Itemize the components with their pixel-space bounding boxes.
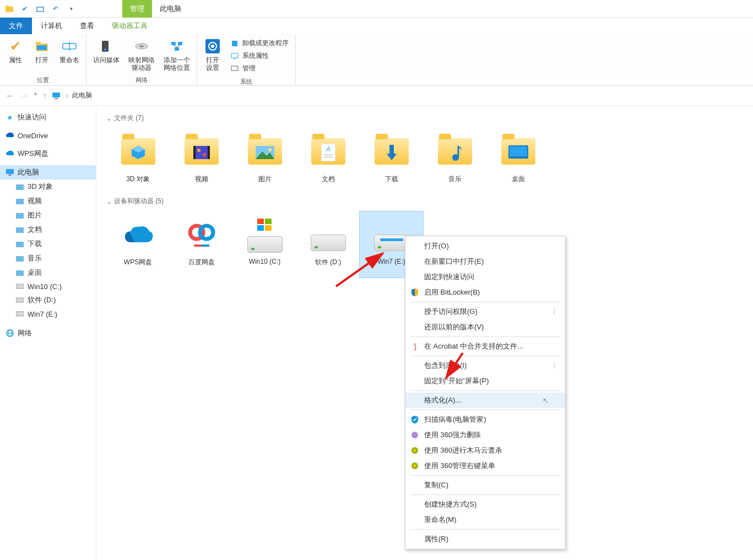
ctx-bitlocker[interactable]: 启用 BitLocker(B)	[405, 285, 565, 300]
chevron-down-icon: ⌄	[106, 198, 112, 205]
ctx-create-shortcut[interactable]: 创建快捷方式(S)	[405, 497, 565, 512]
ctx-format[interactable]: 格式化(A)...↖	[405, 393, 565, 408]
svg-point-11	[139, 45, 144, 47]
btn-system-props[interactable]: 系统属性	[228, 50, 291, 62]
svg-rect-28	[16, 184, 24, 190]
chevron-right-icon: 〉	[552, 361, 560, 371]
ctx-copy[interactable]: 复制(C)	[405, 477, 565, 493]
folder-music[interactable]: 音乐	[423, 128, 486, 194]
device-baidu[interactable]: 百度网盘	[170, 211, 233, 278]
rename-icon	[61, 37, 78, 55]
svg-rect-55	[389, 145, 394, 154]
manage-icon	[230, 64, 239, 73]
folder-documents[interactable]: A文档	[296, 128, 360, 194]
nav-up-icon[interactable]: ↑	[42, 91, 47, 101]
ctx-360-trojan[interactable]: 使用 360进行木马云查杀	[405, 443, 565, 458]
undo-icon[interactable]: ↶	[50, 3, 62, 15]
btn-label: 添加一个 网络位置	[164, 56, 190, 72]
ctx-360-menu[interactable]: 使用 360管理右键菜单	[405, 458, 565, 474]
ctx-restore-versions[interactable]: 还原以前的版本(V)	[405, 319, 565, 335]
sidebar-item-downloads[interactable]: 下载	[0, 237, 96, 251]
svg-point-57	[452, 154, 459, 161]
acrobat-icon: ⟆	[410, 341, 420, 351]
map-drive-icon	[133, 37, 150, 55]
folder-desktop[interactable]: 桌面	[486, 128, 550, 194]
btn-add-network-location[interactable]: 添加一个 网络位置	[160, 35, 193, 75]
section-devices[interactable]: ⌄设备和驱动器 (5)	[101, 194, 749, 211]
ctx-grant-access[interactable]: 授予访问权限(G)〉	[405, 304, 565, 319]
sidebar-this-pc[interactable]: 此电脑	[0, 165, 96, 180]
ctx-360-delete[interactable]: 使用 360强力删除	[405, 427, 565, 443]
svg-rect-65	[265, 219, 272, 224]
section-folders[interactable]: ⌄文件夹 (7)	[101, 111, 749, 128]
folder-downloads[interactable]: 下载	[360, 128, 423, 194]
ctx-open[interactable]: 打开(O)	[405, 238, 565, 254]
btn-access-media[interactable]: 访问媒体	[90, 35, 123, 75]
device-wps[interactable]: WPS网盘	[106, 211, 170, 278]
ctx-scan-virus[interactable]: 扫描病毒(电脑管家)	[405, 412, 565, 427]
sidebar-item-win7e[interactable]: Win7 (E:)	[0, 307, 96, 320]
title-tab-manage[interactable]: 管理	[122, 0, 152, 18]
sidebar-item-desktop[interactable]: 桌面	[0, 265, 96, 280]
sidebar-wps[interactable]: WPS网盘	[0, 146, 96, 161]
sidebar-item-win10c[interactable]: Win10 (C:)	[0, 280, 96, 293]
new-folder-icon[interactable]	[34, 3, 46, 15]
ctx-properties[interactable]: 属性(R)	[405, 531, 565, 547]
btn-rename[interactable]: 重命名	[56, 35, 83, 75]
btn-manage[interactable]: 管理	[228, 63, 291, 74]
svg-rect-24	[52, 93, 60, 97]
ctx-open-new-window[interactable]: 在新窗口中打开(E)	[405, 254, 565, 269]
network-icon	[6, 329, 14, 338]
nav-recent-icon[interactable]: ▾	[34, 91, 37, 101]
uninstall-icon	[230, 39, 239, 48]
btn-map-drive[interactable]: 映射网络 驱动器	[125, 35, 158, 75]
sidebar-item-3d[interactable]: 3D 对象	[0, 180, 96, 194]
folder-icon	[15, 182, 24, 191]
btn-properties[interactable]: ✔ 属性	[3, 35, 28, 75]
sphere-icon	[410, 430, 420, 440]
ctx-rename[interactable]: 重命名(M)	[405, 512, 565, 528]
btn-open[interactable]: 打开	[30, 35, 54, 75]
sidebar-item-video[interactable]: 视频	[0, 194, 96, 208]
device-software-d[interactable]: 软件 (D:)	[296, 211, 360, 278]
tab-view[interactable]: 查看	[71, 18, 103, 34]
drive-icon	[15, 296, 24, 305]
ctx-pin-quick[interactable]: 固定到快速访问	[405, 269, 565, 285]
group-label: 位置	[3, 75, 83, 85]
svg-rect-43	[193, 146, 210, 159]
folder-icon[interactable]	[3, 3, 15, 15]
sidebar-item-music[interactable]: 音乐	[0, 251, 96, 265]
sidebar-onedrive[interactable]: OneDrive	[0, 129, 96, 142]
folder-pictures[interactable]: 图片	[233, 128, 296, 194]
folder-3d-objects[interactable]: 3D 对象	[106, 128, 170, 194]
btn-open-settings[interactable]: 打开 设置	[201, 35, 225, 77]
sidebar-item-documents[interactable]: 文档	[0, 222, 96, 237]
nav-forward-icon[interactable]: →	[20, 91, 29, 101]
btn-label: 打开 设置	[206, 56, 219, 72]
tab-file[interactable]: 文件	[0, 18, 32, 34]
ctx-pin-start[interactable]: 固定到"开始"屏幕(P)	[405, 373, 565, 389]
sidebar-item-softd[interactable]: 软件 (D:)	[0, 293, 96, 307]
breadcrumb[interactable]: 此电脑	[72, 91, 92, 100]
checkbox-icon[interactable]: ✔	[19, 3, 31, 15]
sidebar-network[interactable]: 网络	[0, 326, 96, 340]
dropdown-icon[interactable]: ▾	[65, 3, 77, 15]
sidebar-quick-access[interactable]: ★快速访问	[0, 110, 96, 124]
btn-uninstall[interactable]: 卸载或更改程序	[228, 37, 291, 49]
btn-label: 打开	[35, 56, 48, 64]
ctx-include-library[interactable]: 包含到库中(I)〉	[405, 358, 565, 373]
ball-green-icon	[410, 445, 420, 455]
ribbon-group-location: ✔ 属性 打开 重命名 位置	[0, 34, 86, 85]
tab-computer[interactable]: 计算机	[32, 18, 71, 34]
tab-drive-tools[interactable]: 驱动器工具	[103, 18, 156, 34]
sidebar-item-pictures[interactable]: 图片	[0, 208, 96, 222]
device-win10-c[interactable]: Win10 (C:)	[233, 211, 296, 278]
folder-open-icon	[33, 37, 51, 55]
svg-rect-66	[257, 225, 264, 231]
quick-access-toolbar: ✔ ↶ ▾	[0, 3, 95, 15]
ribbon: ✔ 属性 打开 重命名 位置 访问媒体 映射网络 驱动器	[0, 34, 753, 86]
ctx-acrobat[interactable]: ⟆在 Acrobat 中合并支持的文件...	[405, 339, 565, 354]
folder-icon	[15, 211, 24, 220]
folder-videos[interactable]: 视频	[170, 128, 233, 194]
nav-back-icon[interactable]: ←	[6, 91, 14, 101]
